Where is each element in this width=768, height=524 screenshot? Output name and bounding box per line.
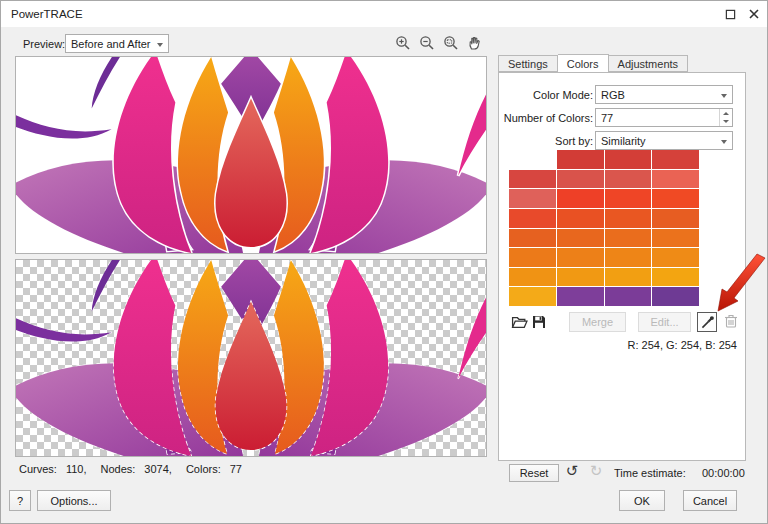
save-palette-button[interactable] [531,314,548,331]
curves-value: 110, [66,463,87,475]
color-swatch[interactable] [605,170,652,189]
curves-label: Curves: [19,463,57,475]
preview-select-value: Before and After [71,38,151,50]
color-swatch[interactable] [652,209,699,228]
color-mode-select[interactable]: RGB [595,85,733,104]
close-button[interactable] [745,6,763,22]
color-swatch[interactable] [605,150,652,169]
close-icon [748,8,760,20]
zoom-to-fit-icon[interactable] [442,34,459,51]
color-mode-label: Color Mode: [533,89,593,101]
tab-settings[interactable]: Settings [498,55,558,72]
color-swatch[interactable] [509,268,556,287]
options-button[interactable]: Options... [37,490,111,511]
color-swatch[interactable] [557,268,604,287]
edit-button[interactable]: Edit... [638,312,691,332]
palette-actions: Merge Edit... [499,312,745,334]
zoom-in-icon[interactable] [394,34,411,51]
annotation-arrow [713,253,767,315]
undo-icon[interactable]: ↺ [563,462,581,480]
sort-by-label: Sort by: [555,135,593,147]
chevron-down-icon [721,94,727,98]
number-of-colors-value: 77 [601,112,613,124]
maximize-button[interactable] [721,6,739,22]
color-swatch[interactable] [509,229,556,248]
colors-value: 77 [230,463,242,475]
number-of-colors-input[interactable]: 77 [595,108,733,127]
color-swatch[interactable] [605,248,652,267]
spinner-down-icon[interactable] [720,118,732,127]
reset-button[interactable]: Reset [509,464,559,482]
color-swatch[interactable] [509,150,556,169]
color-swatch[interactable] [605,209,652,228]
preview-select[interactable]: Before and After [65,34,169,53]
zoom-out-icon[interactable] [418,34,435,51]
delete-color-button[interactable] [723,313,740,330]
preview-after-pane[interactable] [15,259,487,457]
color-swatch[interactable] [652,287,699,306]
help-button[interactable]: ? [9,490,31,511]
window-title: PowerTRACE [11,8,83,20]
chevron-down-icon [721,140,727,144]
color-swatch[interactable] [652,268,699,287]
preview-label: Preview: [23,38,65,50]
nodes-value: 3074, [144,463,172,475]
title-bar: PowerTRACE [1,1,767,27]
color-swatch[interactable] [605,189,652,208]
tab-adjustments[interactable]: Adjustments [609,55,689,72]
chevron-down-icon [157,43,163,47]
color-swatch[interactable] [652,170,699,189]
tab-bar: Settings Colors Adjustments [498,55,688,72]
redo-icon[interactable]: ↻ [587,462,605,480]
color-swatch[interactable] [652,229,699,248]
time-estimate-value: 00:00:00 [702,467,745,479]
color-swatch[interactable] [557,189,604,208]
eyedropper-icon [700,315,715,330]
color-swatch[interactable] [652,189,699,208]
folder-icon [511,314,528,331]
color-swatch[interactable] [509,209,556,228]
floppy-disk-icon [531,314,547,330]
color-swatch[interactable] [509,287,556,306]
color-swatch[interactable] [557,229,604,248]
color-swatch[interactable] [509,248,556,267]
quantity-stepper [719,109,732,126]
color-swatch[interactable] [605,229,652,248]
colors-tab-panel: Color Mode: RGB Number of Colors: 77 Sor… [498,72,746,461]
zoom-toolbar [394,34,483,51]
spinner-up-icon[interactable] [720,109,732,118]
maximize-icon [725,9,736,20]
color-swatch[interactable] [605,268,652,287]
trash-icon [723,313,739,329]
time-estimate-label: Time estimate: [614,467,686,479]
sort-by-value: Similarity [601,135,646,147]
trace-statistics: Curves:110,Nodes:3074,Colors:77 [19,463,242,475]
color-swatch[interactable] [557,248,604,267]
color-swatch[interactable] [557,170,604,189]
eyedropper-button[interactable] [697,312,717,332]
nodes-label: Nodes: [101,463,136,475]
color-palette [509,150,699,306]
color-swatch[interactable] [605,287,652,306]
powertrace-dialog: PowerTRACE Preview: Before and After [0,0,768,524]
cancel-button[interactable]: Cancel [683,490,737,511]
color-swatch[interactable] [557,150,604,169]
ok-button[interactable]: OK [619,490,665,511]
pan-icon[interactable] [466,34,483,51]
color-swatch[interactable] [652,248,699,267]
before-image [16,57,486,253]
color-swatch[interactable] [557,209,604,228]
preview-before-pane[interactable] [15,56,487,254]
color-swatch[interactable] [557,287,604,306]
color-swatch[interactable] [509,170,556,189]
tab-colors[interactable]: Colors [558,54,609,72]
number-of-colors-label: Number of Colors: [504,112,593,124]
color-swatch[interactable] [652,150,699,169]
color-swatch[interactable] [509,189,556,208]
rgb-readout: R: 254, G: 254, B: 254 [628,339,737,351]
sort-by-select[interactable]: Similarity [595,131,733,150]
merge-button[interactable]: Merge [569,312,626,332]
colors-label: Colors: [186,463,221,475]
open-palette-button[interactable] [511,314,528,331]
color-mode-value: RGB [601,89,625,101]
